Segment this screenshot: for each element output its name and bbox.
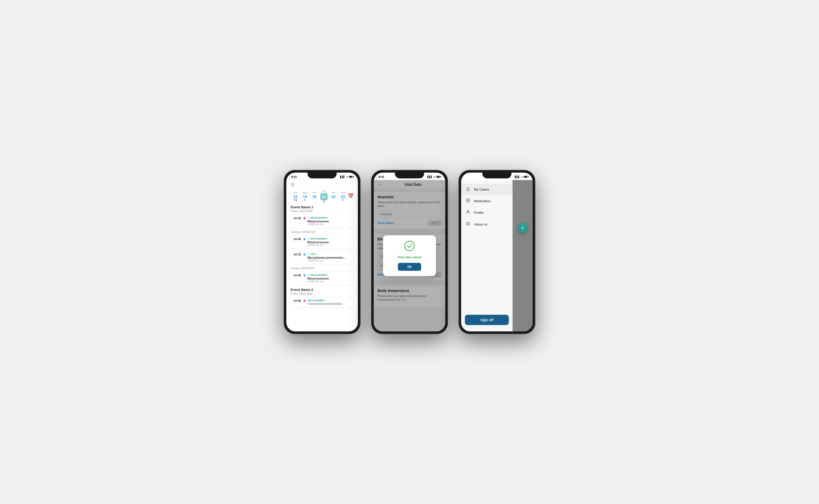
event-body-1: ✓ MEASURMENT Blood pressure 120/80 mm Hg — [307, 217, 351, 226]
menu-item-profile[interactable]: Profile › — [461, 207, 513, 218]
event-item-5[interactable]: 14:45 MEASURMENT — [290, 297, 353, 307]
menu-icon-profile — [466, 210, 471, 215]
svg-point-0 — [405, 241, 414, 251]
event-body-2: ✓ MEASURMENT Blood pressure 120/80 mm Hg — [307, 237, 351, 246]
cal-day-tue[interactable]: Tue 18 — [290, 191, 300, 201]
status-icons-3: ▌▌▌ ∿ — [515, 175, 528, 178]
event-time-1: 14:45 — [293, 217, 301, 220]
status-time-1: 9:41 — [291, 175, 297, 178]
event-group-4: Event Name 2 Friday, 03/21/2020 14:45 ME… — [290, 288, 353, 307]
event-dot-1 — [303, 217, 305, 219]
check-icon-2: ✓ — [307, 237, 310, 240]
dark-panel[interactable]: + › — [513, 180, 533, 331]
event-item-1[interactable]: 14:45 ✓ MEASURMENT Blood pressure 120/80… — [290, 214, 353, 228]
modal-box: Vital data saved Ok — [383, 235, 436, 276]
event-dot-2 — [303, 238, 305, 240]
sign-off-button[interactable]: Sign off — [465, 315, 509, 325]
menu-item-about[interactable]: About us › — [461, 218, 513, 230]
status-icons-2: ▌▌▌ ∿ — [428, 175, 441, 178]
menu-sign-off-container: Sign off — [461, 312, 513, 328]
calendar-icon[interactable]: 📅 — [348, 193, 353, 199]
phone-3: ▌▌▌ ∿ ☰ My Cases › — [459, 170, 535, 334]
event-tag-4: ✓ MEASURMENT — [307, 274, 351, 276]
signal-icon-2: ▌▌▌ — [428, 175, 433, 178]
event-tag-2: ✓ MEASURMENT — [307, 237, 351, 240]
check-icon-3: ✓ — [307, 253, 310, 255]
event-item-2[interactable]: 14:45 ✓ MEASURMENT Blood pressure 120/80… — [290, 235, 353, 249]
event-time-5: 14:45 — [293, 299, 301, 302]
dark-arrow-icon: › — [522, 238, 524, 243]
event-tag-3: ✓ TEST — [307, 253, 351, 255]
menu-label-about: About us — [474, 222, 504, 226]
cal-day-wed[interactable]: Wed 19 — [300, 191, 310, 201]
event-sub-3: 120/80 mm Hg — [307, 259, 351, 262]
phone2-scroll[interactable]: ← Vital Data Heartrate Please enter your… — [374, 180, 445, 331]
menu-overlay: ☰ My Cases › Medication — [461, 180, 533, 331]
event-group-3: Sunday, 03/16/2020 14:45 ✓ MEASURMENT Bl… — [290, 267, 353, 285]
notch-1 — [307, 173, 337, 178]
hamburger-icon[interactable]: ☰ — [290, 182, 353, 187]
event-item-4[interactable]: 14:45 ✓ MEASURMENT Blood pressure 120/80… — [290, 271, 353, 285]
menu-label-medication: Medication — [474, 199, 504, 203]
event-sub-4: 120/80 mm Hg — [307, 280, 351, 283]
modal-message: Vital data saved — [389, 255, 430, 259]
event-name-2: Event Name 2 — [290, 288, 353, 292]
event-time-4: 14:45 — [293, 274, 301, 277]
event-time-2: 14:45 — [293, 237, 301, 241]
menu-arrow-cases: › — [507, 188, 508, 191]
menu-label-profile: Profile — [474, 211, 504, 215]
event-group-2: Tuesday, 03/21/2020 14:45 ✓ MEASURMENT B… — [290, 231, 353, 264]
event-sub-1: 120/80 mm Hg — [307, 223, 351, 226]
event-sub-2: 120/80 mm Hg — [307, 244, 351, 246]
event-title-4: Blood pressure — [307, 277, 351, 280]
event-title-1: Blood pressure — [307, 220, 351, 223]
menu-arrow-medication: › — [507, 199, 508, 203]
fab-plus-icon: + — [521, 225, 524, 231]
event-item-3[interactable]: 14:15 ✓ TEST Mycoplasma pneumoniae... 12… — [290, 250, 353, 264]
event-name-1: Event Name 1 — [290, 205, 353, 209]
event-dot-5 — [303, 300, 305, 302]
cal-day-sat[interactable]: Sat 22 — [329, 191, 338, 201]
phone-2: 9:41 ▌▌▌ ∿ ← Vital Data Heartrate Please… — [371, 170, 448, 334]
modal-ok-button[interactable]: Ok — [398, 263, 421, 271]
event-date-2: Tuesday, 03/21/2020 — [290, 231, 353, 233]
check-icon-4: ✓ — [307, 274, 310, 276]
event-time-3: 14:15 — [293, 253, 301, 256]
battery-icon-2 — [436, 176, 441, 178]
event-title-2: Blood pressure — [307, 241, 351, 244]
svg-point-7 — [468, 223, 468, 223]
menu-panel: ☰ My Cases › Medication — [461, 180, 513, 331]
event-date-3: Sunday, 03/16/2020 — [290, 267, 353, 270]
menu-arrow-about: › — [507, 222, 508, 226]
phone3-menu: ☰ My Cases › Medication — [461, 180, 533, 331]
menu-icon-cases: ☰ — [466, 187, 471, 192]
calendar-row: Tue 18 Wed 19 Thu 20 Fri 21 — [290, 190, 353, 203]
event-date-1: Friday, 03/21/2020 — [290, 210, 353, 213]
status-icons-1: ▌▌▌ ∿ — [340, 175, 353, 178]
event-dot-4 — [303, 275, 305, 276]
phone-1: 9:41 ▌▌▌ ∿ ☰ Tue 18 Wed 19 — [284, 170, 360, 334]
event-tag-5: MEASURMENT — [307, 299, 351, 302]
cal-day-fri[interactable]: Fri 21 — [319, 190, 329, 203]
notch-2 — [395, 173, 424, 178]
cal-day-sun[interactable]: Sun 23 — [338, 191, 348, 201]
menu-icon-about — [466, 222, 471, 227]
event-dot-3 — [303, 254, 305, 255]
menu-item-medication[interactable]: Medication › — [461, 195, 513, 207]
battery-icon-3 — [524, 176, 528, 178]
menu-item-my-cases[interactable]: ☰ My Cases › — [461, 184, 513, 195]
modal-check-icon — [389, 241, 430, 253]
cal-day-thu[interactable]: Thu 20 — [310, 191, 319, 201]
loading-bar — [307, 303, 342, 305]
event-group-1: Event Name 1 Friday, 03/21/2020 14:45 ✓ … — [290, 205, 353, 228]
signal-icon-3: ▌▌▌ — [515, 175, 520, 178]
wifi-icon: ∿ — [346, 175, 348, 178]
event-body-5: MEASURMENT — [307, 299, 351, 305]
event-body-4: ✓ MEASURMENT Blood pressure 120/80 mm Hg — [307, 274, 351, 283]
modal-overlay[interactable]: Vital data saved Ok — [374, 180, 445, 331]
fab-button[interactable]: + — [518, 223, 528, 233]
menu-icon-medication — [466, 198, 471, 204]
notch-3 — [482, 173, 512, 178]
menu-arrow-profile: › — [507, 211, 508, 214]
phone1-scroll[interactable]: ☰ Tue 18 Wed 19 Thu 20 Fri — [286, 180, 358, 331]
